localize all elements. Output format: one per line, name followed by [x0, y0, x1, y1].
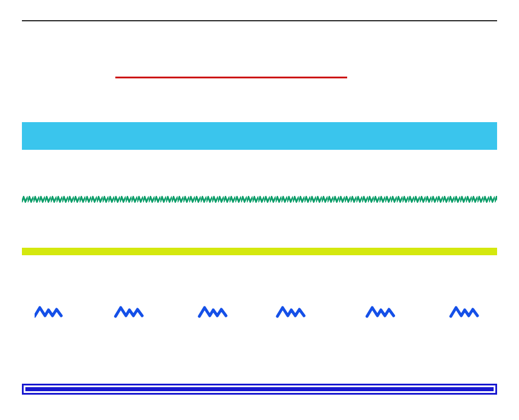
- horizontal-rule-wavy-blue-segments: [35, 305, 497, 320]
- horizontal-rule-bar-chartreuse: [22, 248, 497, 255]
- horizontal-rule-thin-red-short: [115, 77, 347, 78]
- horizontal-rule-zigzag-green: [22, 196, 497, 203]
- horizontal-rule-thin-black: [22, 20, 497, 21]
- horizontal-rule-double-blue: [22, 384, 497, 395]
- svg-rect-0: [22, 196, 497, 203]
- hr-styles-demo: [0, 0, 519, 420]
- horizontal-rule-thick-skyblue: [22, 122, 497, 150]
